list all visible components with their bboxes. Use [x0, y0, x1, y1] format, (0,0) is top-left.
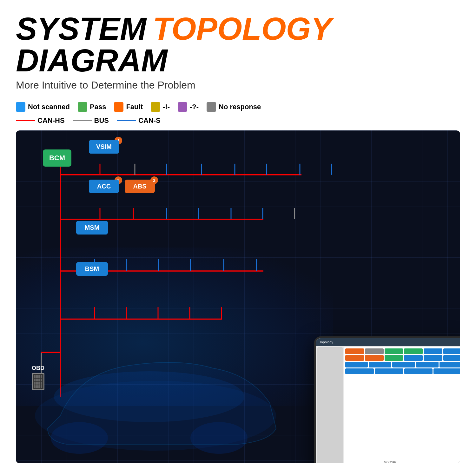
legend-box-gray: [207, 102, 216, 112]
legend-not-scanned-label: Not scanned: [28, 103, 70, 111]
line-blue-can: [117, 120, 136, 121]
tablet-header: Topology: [316, 338, 460, 346]
tablet-screen: Topology: [316, 338, 460, 463]
tm-itm: [369, 362, 391, 367]
tm-pdm: [345, 368, 374, 374]
tablet-row-4: [345, 368, 460, 374]
tm-eps: [404, 355, 423, 361]
tm-sccm: [424, 355, 442, 361]
subtitle: More Intuitive to Determine the Problem: [16, 79, 460, 91]
page-wrapper: SYSTEM TOPOLOGY DIAGRAM More Intuitive t…: [0, 0, 476, 476]
row1: PCM 6 DTCM ORC TPM ADCM PTS ESM VSIM: [89, 140, 119, 154]
legend-box-blue: [16, 102, 25, 112]
title-line1: SYSTEM TOPOLOGY: [16, 13, 460, 44]
row2: TCM 2 ABS 2 IPC EPS SCCM RFH ACC: [89, 180, 155, 193]
line-gray: [73, 120, 92, 121]
title-system: SYSTEM: [16, 13, 146, 44]
legend-box-green: [78, 102, 87, 112]
tm-hfm: [416, 362, 439, 367]
tablet-body: [316, 346, 460, 463]
tablet-header-text: Topology: [319, 340, 333, 344]
tm-amp: [375, 368, 403, 374]
tm-pts: [443, 348, 460, 354]
tablet-sidebar: [317, 347, 343, 463]
tablet-row-3: [345, 362, 460, 367]
tm-tgw: [440, 362, 460, 367]
legend-box-yellow: [151, 102, 160, 112]
legend-box-purple: [178, 102, 187, 112]
tm-ics: [392, 362, 415, 367]
legend-excl: -!-: [151, 102, 170, 112]
tablet-row-2: [345, 355, 460, 361]
tm-tcm: [345, 355, 364, 361]
legend-no-response-label: No response: [219, 103, 261, 111]
tm-hsm: [433, 368, 460, 374]
badge-abs: 2: [150, 176, 158, 184]
legend-no-response: No response: [207, 102, 261, 112]
legend-bus-label: BUS: [94, 116, 109, 125]
obd-connector: OBD: [32, 365, 44, 390]
tm-ddm: [404, 368, 433, 374]
tablet-row-1: [345, 348, 460, 354]
obd-icon: [32, 373, 44, 390]
legend-q-label: -?-: [190, 103, 199, 111]
legend-fault: Fault: [114, 102, 143, 112]
module-acc[interactable]: ACC: [89, 180, 119, 193]
diagram-area: BCM PCM 6 DTCM ORC TPM ADCM PTS ESM VSIM…: [16, 130, 460, 463]
tm-tpm: [404, 348, 423, 354]
tm-dtcm: [365, 348, 384, 354]
tm-pcm: [345, 348, 364, 354]
legend-box-orange: [114, 102, 123, 112]
legend-pass-label: Pass: [90, 103, 106, 111]
module-bcm-label: BCM: [49, 154, 65, 162]
title-section: SYSTEM TOPOLOGY DIAGRAM More Intuitive t…: [16, 13, 460, 91]
tm-ipc: [385, 355, 403, 361]
legend-excl-label: -!-: [163, 103, 170, 111]
legend-can-s: CAN-S: [117, 116, 161, 125]
legend: Not scanned Pass Fault -!- -?- No respon…: [16, 102, 460, 112]
module-bsm[interactable]: BSM: [76, 262, 108, 276]
tm-orc: [385, 348, 403, 354]
tablet-main: [344, 347, 460, 463]
tablet-device: Topology: [314, 336, 460, 463]
module-msm[interactable]: MSM: [76, 221, 108, 235]
title-diagram: DIAGRAM: [16, 44, 460, 76]
module-abs[interactable]: ABS 2: [125, 180, 155, 193]
tm-abs: [365, 355, 384, 361]
lines-legend: CAN-HS BUS CAN-S: [16, 116, 460, 125]
obd-label: OBD: [32, 365, 44, 372]
module-bcm[interactable]: BCM: [43, 149, 71, 167]
tm-hvac: [345, 362, 368, 367]
legend-pass: Pass: [78, 102, 106, 112]
legend-fault-label: Fault: [126, 103, 143, 111]
module-vsim[interactable]: VSIM: [89, 140, 119, 154]
legend-can-hs: CAN-HS: [16, 116, 65, 125]
legend-q: -?-: [178, 102, 199, 112]
title-topology: TOPOLOGY: [153, 13, 332, 44]
legend-not-scanned: Not scanned: [16, 102, 70, 112]
tm-adcm: [424, 348, 442, 354]
tablet-brand: AUTEL: [383, 460, 398, 463]
legend-can-hs-label: CAN-HS: [37, 116, 65, 125]
legend-bus: BUS: [73, 116, 109, 125]
line-red: [16, 120, 35, 121]
legend-can-s-label: CAN-S: [138, 116, 161, 125]
tm-rfh: [443, 355, 460, 361]
car-silhouette: [22, 308, 308, 460]
